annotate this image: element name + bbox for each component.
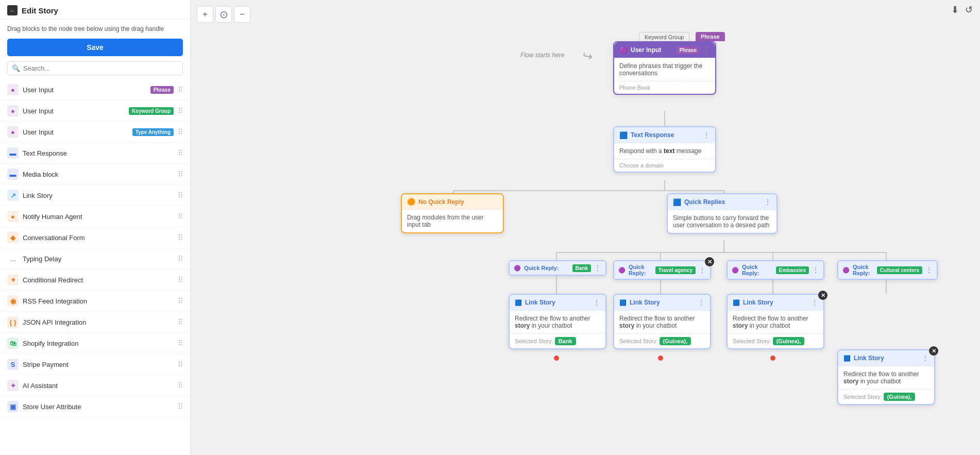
shopify-drag-handle[interactable]: ⠿ bbox=[178, 339, 183, 347]
flow-arrow: ↪ bbox=[581, 48, 594, 64]
sidebar-item-stripe[interactable]: SStripe Payment⠿ bbox=[0, 354, 190, 375]
user-input-menu[interactable]: ⋮ bbox=[703, 46, 710, 54]
media-block-drag-handle[interactable]: ⠿ bbox=[178, 170, 183, 178]
qr-chip-2-menu[interactable]: ⋮ bbox=[699, 266, 706, 274]
phrase-tab[interactable]: Phrase bbox=[696, 32, 725, 41]
link-story-1-title: Link Story bbox=[525, 299, 590, 306]
zoom-in-button[interactable]: + bbox=[197, 6, 213, 23]
link-story-2-body: Redirect the flow to another story in yo… bbox=[614, 310, 710, 333]
link-story-4-close[interactable]: ✕ bbox=[929, 346, 938, 356]
zoom-out-button[interactable]: − bbox=[234, 6, 250, 23]
download-icon[interactable]: ⬇ bbox=[951, 4, 959, 15]
text-response-menu[interactable]: ⋮ bbox=[703, 131, 710, 139]
qr-chip-4-header: 🟣 Quick Reply: Cultural centers ⋮ bbox=[838, 261, 937, 279]
link-story-1-body: Redirect the flow to another story in yo… bbox=[510, 310, 605, 333]
sidebar-item-notify-human[interactable]: ●Notify Human Agent⠿ bbox=[0, 206, 190, 227]
shopify-icon: 🛍 bbox=[7, 338, 19, 349]
notify-human-drag-handle[interactable]: ⠿ bbox=[178, 212, 183, 221]
user-input-type-icon: ● bbox=[7, 126, 19, 138]
link-story-3-body: Redirect the flow to another story in yo… bbox=[728, 310, 823, 333]
canvas-controls: + ⊙ − bbox=[197, 6, 250, 23]
quick-replies-header: 🟦 Quick Replies ⋮ bbox=[668, 194, 776, 210]
sidebar-item-media-block[interactable]: ▬Media block⠿ bbox=[0, 164, 190, 185]
link-story-3-title: Link Story bbox=[743, 299, 808, 306]
qr-chip-4-label: Quick Reply: bbox=[853, 264, 874, 276]
sidebar-item-shopify[interactable]: 🛍Shopify Integration⠿ bbox=[0, 333, 190, 354]
link-story-4-header: 🟦 Link Story ⋮ bbox=[838, 350, 934, 366]
link-story-4-icon: 🟦 bbox=[843, 355, 851, 362]
sidebar-item-user-input-type[interactable]: ●User InputType Anything⠿ bbox=[0, 122, 190, 143]
link-story-2-header: 🟦 Link Story ⋮ bbox=[614, 295, 710, 310]
user-input-keyword-label: User Input bbox=[23, 107, 125, 115]
qr-chip-2-label: Quick Reply: bbox=[629, 264, 652, 276]
user-input-footer: Phone Book bbox=[614, 81, 715, 94]
qr-chip-1-menu[interactable]: ⋮ bbox=[594, 264, 601, 272]
qr-chip-4-menu[interactable]: ⋮ bbox=[925, 266, 933, 274]
link-story-2-footer: Selected Story: (Guinea), bbox=[614, 333, 710, 348]
rss-feed-label: RSS Feed Integration bbox=[23, 297, 174, 305]
sidebar-item-link-story[interactable]: ↗Link Story⠿ bbox=[0, 185, 190, 206]
typing-delay-label: Typing Delay bbox=[23, 255, 174, 263]
sidebar-item-conv-form[interactable]: ◆Conversational Form⠿ bbox=[0, 227, 190, 248]
keyword-group-tab[interactable]: Keyword Group bbox=[639, 32, 689, 42]
text-response-title: Text Response bbox=[631, 131, 700, 139]
no-quick-reply-title: No Quick Reply bbox=[418, 198, 498, 206]
link-story-2-menu[interactable]: ⋮ bbox=[698, 298, 705, 307]
link-story-4-menu[interactable]: ⋮ bbox=[922, 354, 929, 362]
save-button[interactable]: Save bbox=[7, 39, 183, 56]
ai-assistant-drag-handle[interactable]: ⠿ bbox=[178, 381, 183, 390]
conv-form-drag-handle[interactable]: ⠿ bbox=[178, 233, 183, 242]
qr-chip-4-icon: 🟣 bbox=[842, 267, 850, 274]
sidebar-item-rss-feed[interactable]: ◉RSS Feed Integration⠿ bbox=[0, 291, 190, 312]
stripe-drag-handle[interactable]: ⠿ bbox=[178, 360, 183, 368]
history-icon[interactable]: ↺ bbox=[965, 4, 973, 15]
rss-feed-drag-handle[interactable]: ⠿ bbox=[178, 297, 183, 305]
sidebar-item-user-input-phrase[interactable]: ●User InputPhrase⠿ bbox=[0, 79, 190, 100]
cond-redirect-drag-handle[interactable]: ⠿ bbox=[178, 276, 183, 284]
link-story-3-menu[interactable]: ⋮ bbox=[811, 298, 818, 307]
quick-replies-menu[interactable]: ⋮ bbox=[764, 198, 771, 206]
text-response-drag-handle[interactable]: ⠿ bbox=[178, 149, 183, 157]
search-box[interactable]: 🔍 bbox=[7, 61, 183, 75]
media-block-label: Media block bbox=[23, 171, 174, 178]
link-story-3-icon: 🟦 bbox=[733, 299, 740, 306]
sidebar-item-cond-redirect[interactable]: ✦Conditional Redirect⠿ bbox=[0, 269, 190, 291]
user-input-keyword-icon: ● bbox=[7, 105, 19, 116]
flow-area: Flow starts here ↪ Keyword Group Phrase … bbox=[191, 0, 980, 455]
link-story-1-menu[interactable]: ⋮ bbox=[593, 298, 600, 307]
typing-delay-drag-handle[interactable]: ⠿ bbox=[178, 255, 183, 263]
json-api-drag-handle[interactable]: ⠿ bbox=[178, 318, 183, 326]
search-input[interactable] bbox=[23, 64, 178, 72]
user-input-type-label: User Input bbox=[23, 128, 128, 136]
qr-chip-3-menu[interactable]: ⋮ bbox=[812, 266, 819, 274]
user-input-type-drag-handle[interactable]: ⠿ bbox=[178, 128, 183, 136]
link-story-3-close[interactable]: ✕ bbox=[818, 291, 827, 300]
sidebar-item-ai-assistant[interactable]: ✦AI Assistant⠿ bbox=[0, 375, 190, 396]
link-story-1-badge: Bank bbox=[555, 337, 576, 345]
user-input-phrase-drag-handle[interactable]: ⠿ bbox=[178, 86, 183, 94]
qr-chip-2-icon: 🟣 bbox=[618, 267, 626, 274]
user-input-header: 🟣 User Input Phrase ⋮ bbox=[614, 42, 715, 58]
qr-chip-2-close[interactable]: ✕ bbox=[705, 257, 714, 266]
canvas[interactable]: + ⊙ − bbox=[191, 0, 980, 455]
back-button[interactable]: ← bbox=[7, 5, 18, 15]
sidebar-item-typing-delay[interactable]: …Typing Delay⠿ bbox=[0, 248, 190, 269]
typing-delay-icon: … bbox=[7, 253, 19, 264]
quick-reply-chip-3: 🟣 Quick Reply: Embassies ⋮ bbox=[726, 260, 824, 280]
sidebar-item-json-api[interactable]: { }JSON API Integration⠿ bbox=[0, 312, 190, 333]
center-button[interactable]: ⊙ bbox=[215, 6, 232, 23]
search-icon: 🔍 bbox=[12, 64, 20, 72]
sidebar-item-store-user[interactable]: ▣Store User Attribute⠿ bbox=[0, 396, 190, 417]
conv-form-icon: ◆ bbox=[7, 232, 19, 243]
link-story-drag-handle[interactable]: ⠿ bbox=[178, 191, 183, 199]
qr-chip-2-badge: Travel agency bbox=[655, 266, 696, 274]
store-user-drag-handle[interactable]: ⠿ bbox=[178, 402, 183, 411]
link-story-2: 🟦 Link Story ⋮ Redirect the flow to anot… bbox=[613, 294, 711, 349]
qr-chip-3-header: 🟣 Quick Reply: Embassies ⋮ bbox=[728, 261, 823, 279]
sidebar-item-user-input-keyword[interactable]: ●User InputKeyword Group⠿ bbox=[0, 100, 190, 122]
user-input-keyword-drag-handle[interactable]: ⠿ bbox=[178, 107, 183, 115]
sidebar-header: ← Edit Story bbox=[0, 0, 190, 19]
sidebar-item-text-response[interactable]: ▬Text Response⠿ bbox=[0, 143, 190, 164]
text-response-node: 🟦 Text Response ⋮ Respond with a text me… bbox=[613, 126, 716, 173]
sidebar-title: Edit Story bbox=[22, 6, 58, 15]
